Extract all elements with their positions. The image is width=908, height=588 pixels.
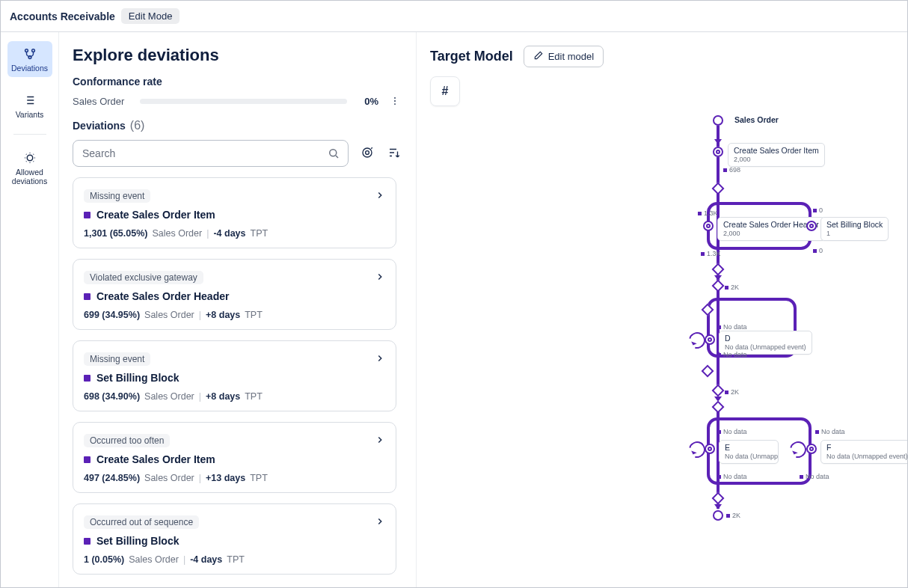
node-sub: 1 bbox=[826, 230, 883, 238]
deviation-card[interactable]: Missing event Set Billing Block 698 (34.… bbox=[73, 340, 396, 411]
edge-label: 1.3K bbox=[704, 209, 718, 217]
chevron-right-icon[interactable] bbox=[375, 272, 385, 285]
activity-icon bbox=[713, 147, 723, 157]
node-sub: 2,000 bbox=[734, 156, 819, 164]
deviation-card[interactable]: Occurred out of sequence Set Billing Blo… bbox=[73, 503, 396, 575]
sidebar-item-label: Deviations bbox=[11, 64, 48, 73]
tpt-suffix: TPT bbox=[245, 310, 263, 320]
svg-point-3 bbox=[27, 155, 33, 161]
sidebar-item-allowed-deviations[interactable]: Allowed deviations bbox=[7, 145, 52, 190]
edge-label: No data bbox=[723, 323, 747, 331]
edge-label: No data bbox=[806, 473, 829, 480]
svg-point-9 bbox=[366, 151, 369, 155]
target-icon[interactable] bbox=[361, 146, 375, 161]
start-event-icon bbox=[713, 115, 723, 126]
pencil-icon bbox=[533, 50, 544, 63]
deviation-title: Set Billing Block bbox=[96, 372, 179, 384]
sidebar-item-deviations[interactable]: Deviations bbox=[7, 41, 52, 77]
divider bbox=[13, 134, 46, 135]
edge-label: No data bbox=[821, 428, 845, 435]
target-title: Target Model bbox=[430, 49, 513, 64]
edge-label: 1.3K bbox=[707, 250, 721, 257]
deviation-tag: Violated exclusive gateway bbox=[84, 271, 203, 284]
page-title: Accounts Receivable bbox=[10, 10, 115, 22]
node-title: Set Billing Block bbox=[826, 220, 883, 230]
series-swatch bbox=[84, 456, 91, 463]
chevron-right-icon[interactable] bbox=[375, 435, 385, 448]
deviations-count: (6) bbox=[130, 119, 145, 132]
deviations-label: Deviations bbox=[73, 120, 126, 132]
tpt-suffix: TPT bbox=[250, 473, 268, 483]
activity-icon bbox=[705, 444, 715, 454]
explore-title: Explore deviations bbox=[73, 46, 402, 65]
edge-label: 0 bbox=[819, 206, 823, 214]
kebab-icon[interactable] bbox=[387, 94, 402, 108]
edge-label: 2K bbox=[731, 388, 739, 396]
sort-icon[interactable] bbox=[387, 146, 402, 161]
deviation-count: 497 (24.85%) bbox=[84, 473, 140, 483]
tpt-suffix: TPT bbox=[245, 391, 263, 402]
node-sub: No data (Unmapped event) bbox=[826, 453, 907, 461]
end-event-icon bbox=[713, 510, 723, 521]
edge-label: No data bbox=[723, 473, 747, 480]
tpt-suffix: TPT bbox=[251, 228, 269, 239]
node-c[interactable]: Set Billing Block 1 bbox=[820, 217, 889, 241]
deviation-tpt: +8 days bbox=[206, 310, 240, 320]
chevron-right-icon[interactable] bbox=[375, 516, 385, 530]
svg-point-8 bbox=[363, 148, 372, 157]
node-title: D bbox=[725, 334, 806, 343]
series-swatch bbox=[84, 293, 91, 300]
sidebar-item-variants[interactable]: Variants bbox=[7, 88, 52, 123]
deviation-card[interactable]: Missing event Create Sales Order Item 1,… bbox=[73, 177, 396, 248]
edit-model-label: Edit model bbox=[548, 51, 594, 62]
deviation-tpt: -4 days bbox=[213, 228, 245, 239]
deviation-title: Set Billing Block bbox=[96, 535, 179, 547]
search-input[interactable] bbox=[82, 147, 339, 159]
deviation-card[interactable]: Violated exclusive gateway Create Sales … bbox=[73, 259, 396, 330]
edge-label: 2K bbox=[732, 512, 740, 519]
edit-model-button[interactable]: Edit model bbox=[524, 46, 604, 67]
conformance-series: Sales Order bbox=[73, 96, 131, 107]
deviation-count: 699 (34.95%) bbox=[84, 310, 140, 320]
deviation-title: Create Sales Order Item bbox=[96, 453, 215, 465]
chevron-right-icon[interactable] bbox=[375, 353, 385, 367]
gateway-icon bbox=[702, 365, 714, 378]
activity-icon bbox=[806, 444, 817, 454]
node-title: Create Sales Order Header bbox=[723, 220, 819, 230]
conformance-bar bbox=[140, 99, 347, 104]
deviation-count: 1,301 (65.05%) bbox=[84, 228, 147, 239]
node-title: Create Sales Order Item bbox=[734, 146, 819, 156]
activity-icon bbox=[705, 334, 715, 345]
series-swatch bbox=[84, 375, 91, 382]
mode-badge: Edit Mode bbox=[121, 8, 180, 24]
deviation-series: Sales Order bbox=[144, 391, 194, 402]
tpt-suffix: TPT bbox=[227, 554, 245, 565]
search-icon bbox=[327, 147, 340, 163]
node-a[interactable]: Create Sales Order Item 2,000 bbox=[728, 143, 825, 167]
gateway-icon bbox=[712, 385, 725, 397]
deviation-card[interactable]: Occurred too often Create Sales Order It… bbox=[73, 422, 396, 493]
node-f[interactable]: F No data (Unmapped event) bbox=[820, 440, 907, 464]
deviation-tag: Occurred too often bbox=[84, 434, 170, 447]
node-title: E bbox=[725, 443, 773, 453]
deviation-title: Create Sales Order Header bbox=[96, 290, 229, 302]
deviation-series: Sales Order bbox=[129, 554, 179, 565]
series-swatch bbox=[84, 212, 91, 218]
conformance-label: Conformance rate bbox=[73, 76, 402, 88]
chevron-right-icon[interactable] bbox=[375, 190, 385, 203]
hash-button[interactable]: # bbox=[430, 76, 460, 106]
process-canvas[interactable]: Sales Order Create Sales Order Item 2,00… bbox=[430, 115, 894, 587]
sidebar: Deviations Variants Allowed deviations bbox=[1, 32, 59, 587]
edge-label: No data bbox=[723, 428, 747, 435]
search-field[interactable] bbox=[73, 140, 349, 167]
activity-icon bbox=[806, 221, 817, 231]
svg-point-6 bbox=[394, 103, 396, 105]
deviation-series: Sales Order bbox=[152, 228, 202, 239]
series-swatch bbox=[84, 538, 91, 545]
node-sub: 2,000 bbox=[723, 230, 819, 238]
deviation-tpt: -4 days bbox=[190, 554, 222, 565]
gateway-icon bbox=[712, 492, 725, 505]
node-e[interactable]: E No data (Unmapped ever bbox=[719, 440, 779, 464]
gateway-icon bbox=[712, 263, 725, 276]
svg-point-4 bbox=[394, 97, 396, 99]
